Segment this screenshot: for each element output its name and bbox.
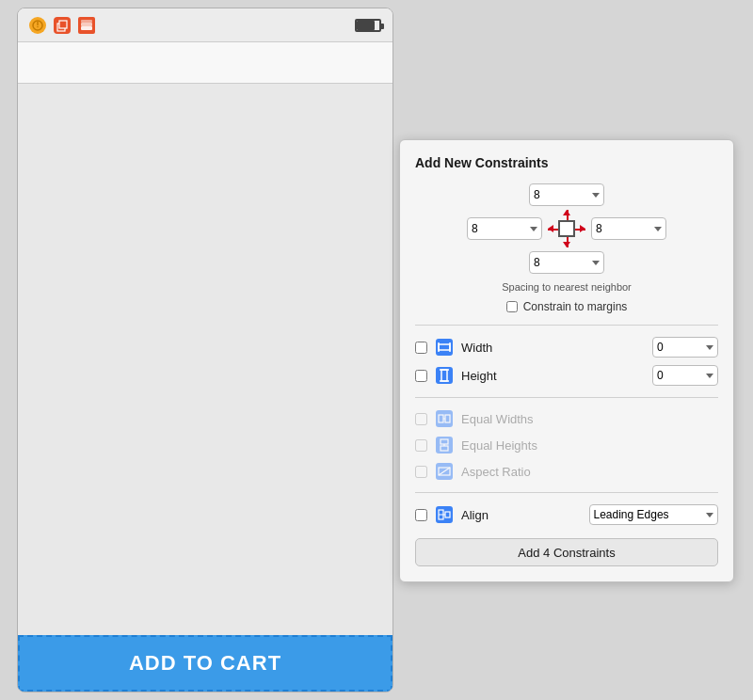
width-checkbox[interactable] [415,342,427,354]
constraints-panel: Add New Constraints 8 0 16 20 8 0 16 [399,139,734,582]
align-checkbox[interactable] [415,509,427,521]
arrow-left-icon [548,225,553,232]
align-row: Align Leading Edges Trailing Edges Top E… [415,501,718,529]
spacing-diagram: 8 0 16 20 8 0 16 8 [415,183,718,274]
battery-indicator [355,19,381,32]
spacing-middle-row: 8 0 16 8 0 16 [467,210,666,247]
spacing-label: Spacing to nearest neighbor [415,281,718,293]
equal-widths-checkbox[interactable] [415,413,427,425]
equal-widths-icon [435,409,454,428]
constrain-margins-label: Constrain to margins [523,300,628,313]
spacing-left-select[interactable]: 8 0 16 [467,217,542,240]
spacing-top-select[interactable]: 8 0 16 20 [529,183,604,206]
svg-rect-11 [441,370,447,381]
align-icon [435,505,454,524]
equal-widths-label: Equal Widths [461,412,718,426]
crosshair-widget [548,210,585,247]
simulator-content [18,84,393,635]
constrain-margins-checkbox[interactable] [506,301,518,312]
aspect-ratio-icon [435,462,454,481]
height-row: Height 0 100 200 [415,361,718,390]
height-value-select[interactable]: 0 100 200 [652,365,718,386]
arrow-top-icon [563,210,570,215]
add-constraints-button[interactable]: Add 4 Constraints [415,538,718,566]
height-icon [435,366,454,385]
spacing-bottom-select[interactable]: 8 0 16 [529,251,604,274]
height-checkbox[interactable] [415,370,427,382]
svg-line-21 [439,468,450,475]
equal-heights-icon [435,436,454,454]
aspect-ratio-row: Aspect Ratio [415,458,718,485]
equal-widths-icon-box [436,410,453,427]
svg-rect-4 [59,21,67,28]
svg-rect-6 [81,23,92,26]
simulator-toolbar [18,8,393,42]
crosshair-box [558,220,575,237]
yellow-circle-icon [29,17,46,34]
align-select[interactable]: Leading Edges Trailing Edges Top Edges B… [589,504,719,525]
height-icon-box [436,367,453,384]
svg-rect-14 [439,415,443,422]
aspect-ratio-label: Aspect Ratio [461,465,718,479]
svg-rect-8 [439,344,450,350]
width-icon-box [436,339,453,356]
arrow-right-icon [580,225,585,232]
align-icon-box [436,506,453,523]
nav-bar [18,42,393,84]
panel-title: Add New Constraints [415,155,718,170]
orange-layers-icon [78,17,95,34]
svg-rect-23 [445,512,450,517]
width-icon [435,338,454,357]
svg-rect-7 [81,20,92,23]
add-to-cart-label: ADD TO CART [129,651,281,676]
width-row: Width 0 100 200 [415,333,718,361]
separator-1 [415,325,718,326]
equal-heights-icon-box [436,437,453,453]
spacing-right-select[interactable]: 8 0 16 [591,217,666,240]
svg-rect-17 [441,439,448,444]
separator-3 [415,492,718,493]
svg-rect-5 [81,26,92,30]
add-to-cart-button[interactable]: ADD TO CART [18,635,393,692]
aspect-ratio-checkbox[interactable] [415,466,427,478]
red-cube-icon [54,17,71,34]
width-label: Width [461,341,645,355]
aspect-ratio-icon-box [436,463,453,480]
svg-rect-15 [445,415,450,422]
height-label: Height [461,369,645,383]
ios-simulator: ADD TO CART [17,8,393,692]
separator-2 [415,397,718,398]
equal-heights-row: Equal Heights [415,432,718,458]
svg-point-2 [37,25,39,27]
equal-heights-label: Equal Heights [461,438,718,453]
equal-widths-row: Equal Widths [415,406,718,432]
align-label: Align [461,508,582,522]
equal-heights-checkbox[interactable] [415,439,427,452]
arrow-bottom-icon [563,242,570,247]
svg-rect-18 [441,446,448,451]
constrain-margins-row: Constrain to margins [415,300,718,313]
width-value-select[interactable]: 0 100 200 [652,337,718,358]
